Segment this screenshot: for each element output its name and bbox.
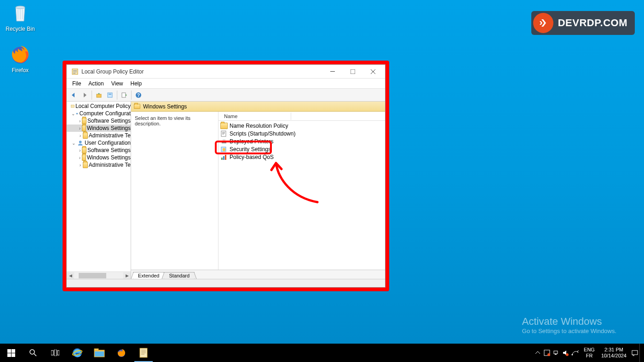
svg-rect-37 xyxy=(95,351,104,356)
forward-button[interactable] xyxy=(80,90,90,100)
search-button[interactable] xyxy=(22,344,44,362)
list-item-deployed[interactable]: Deployed Printers xyxy=(218,137,385,145)
list-item-label: Policy-based QoS xyxy=(230,154,274,160)
menubar: File Action View Help xyxy=(67,79,385,89)
taskbar-firefox[interactable] xyxy=(110,344,132,362)
tree-label: Computer Configurat xyxy=(80,110,131,117)
list-item-nrp[interactable]: Name Resolution Policy xyxy=(218,122,385,130)
tree-uc-admin[interactable]: › Administrative Te xyxy=(67,161,131,169)
svg-rect-18 xyxy=(221,131,226,136)
content-header-label: Windows Settings xyxy=(143,103,187,110)
list-item-scripts[interactable]: Scripts (Startup/Shutdown) xyxy=(218,130,385,137)
tree-label: Software Settings xyxy=(87,118,131,124)
desktop-icon-label: Recycle Bin xyxy=(2,26,39,32)
list-pane[interactable]: Name Name Resolution Policy Scripts (Sta… xyxy=(218,112,385,270)
svg-rect-28 xyxy=(12,353,15,357)
menu-file[interactable]: File xyxy=(69,79,85,88)
svg-rect-20 xyxy=(223,139,225,141)
tree-uc-windows[interactable]: › Windows Settings xyxy=(67,154,131,161)
svg-rect-25 xyxy=(7,349,11,353)
tree-uc-software[interactable]: › Software Settings xyxy=(67,147,131,154)
task-view-button[interactable] xyxy=(44,344,66,362)
menu-view[interactable]: View xyxy=(108,79,127,88)
svg-rect-31 xyxy=(54,350,57,356)
svg-rect-10 xyxy=(109,94,111,95)
taskbar-gpedit[interactable] xyxy=(132,344,155,362)
tab-extended[interactable]: Extended xyxy=(133,272,164,279)
tray-language[interactable]: ENG FR xyxy=(581,347,598,359)
svg-rect-9 xyxy=(108,93,112,97)
activate-windows-watermark: Activate Windows Go to Settings to activ… xyxy=(522,316,616,334)
svg-rect-27 xyxy=(7,353,11,357)
help-button[interactable]: ? xyxy=(133,90,144,100)
svg-point-44 xyxy=(566,353,569,356)
back-button[interactable] xyxy=(69,90,79,100)
svg-rect-26 xyxy=(12,349,15,353)
tree-label: Software Settings xyxy=(87,147,131,153)
tray-volume-icon[interactable] xyxy=(561,344,570,362)
properties-button[interactable] xyxy=(105,90,115,100)
tree-label: Windows Settings xyxy=(87,154,131,161)
svg-rect-3 xyxy=(73,70,77,71)
tray-clock[interactable]: 2:31 PM 10/14/2024 xyxy=(598,347,630,359)
tray-chevron-icon[interactable] xyxy=(533,344,542,362)
show-desktop-button[interactable] xyxy=(639,344,642,362)
lang-secondary: FR xyxy=(584,353,595,359)
tree-label: Administrative Te xyxy=(89,132,131,139)
tree-pane[interactable]: Local Computer Policy ⌄ Computer Configu… xyxy=(67,102,131,279)
taskbar[interactable]: ENG FR 2:31 PM 10/14/2024 xyxy=(0,344,644,362)
tab-standard[interactable]: Standard xyxy=(164,272,195,279)
tree-label: Windows Settings xyxy=(87,125,131,131)
tray-network-icon[interactable] xyxy=(552,344,561,362)
content-pane: Windows Settings Select an item to view … xyxy=(131,102,385,279)
firefox-icon[interactable]: Firefox xyxy=(2,43,39,74)
brand-watermark: DEVRDP.COM xyxy=(531,11,635,35)
svg-rect-32 xyxy=(58,351,59,355)
tray-rdp-icon[interactable] xyxy=(570,344,581,362)
tree-cc-software[interactable]: › Software Settings xyxy=(67,117,131,124)
svg-rect-6 xyxy=(330,71,335,72)
svg-rect-15 xyxy=(76,113,78,114)
statusbar xyxy=(67,279,385,287)
taskbar-explorer[interactable] xyxy=(88,344,110,362)
svg-rect-5 xyxy=(73,73,75,74)
export-button[interactable] xyxy=(119,90,129,100)
menu-action[interactable]: Action xyxy=(85,79,107,88)
tree-hscrollbar[interactable]: ◀ ▶ xyxy=(67,272,131,279)
maximize-button[interactable] xyxy=(343,65,363,78)
list-item-qos[interactable]: Policy-based QoS xyxy=(218,153,385,161)
recycle-bin-icon[interactable]: Recycle Bin xyxy=(2,2,39,32)
scroll-right-icon[interactable]: ▶ xyxy=(123,272,131,279)
svg-rect-22 xyxy=(221,158,223,160)
tree-cc-admin[interactable]: › Administrative Te xyxy=(67,132,131,139)
tree-computer-config[interactable]: ⌄ Computer Configurat xyxy=(67,110,131,117)
tray-notifications-icon[interactable] xyxy=(630,344,639,362)
list-item-security[interactable]: Security Settings xyxy=(218,145,385,153)
svg-point-17 xyxy=(79,141,81,143)
svg-rect-16 xyxy=(76,114,77,114)
close-button[interactable] xyxy=(363,65,383,78)
menu-help[interactable]: Help xyxy=(127,79,146,88)
list-header[interactable]: Name xyxy=(218,112,385,121)
start-button[interactable] xyxy=(0,344,22,362)
minimize-button[interactable] xyxy=(322,65,343,78)
svg-rect-24 xyxy=(225,155,226,160)
security-icon xyxy=(220,146,228,153)
tree-user-config[interactable]: ⌄ User Configuration xyxy=(67,139,131,147)
tree-root[interactable]: Local Computer Policy xyxy=(67,102,131,110)
tree-cc-windows[interactable]: › Windows Settings xyxy=(67,124,131,132)
svg-rect-11 xyxy=(122,93,126,97)
window-title: Local Group Policy Editor xyxy=(81,68,322,75)
scroll-left-icon[interactable]: ◀ xyxy=(67,272,74,279)
titlebar[interactable]: Local Group Policy Editor xyxy=(67,65,385,79)
folder-icon xyxy=(220,123,228,129)
svg-rect-7 xyxy=(351,69,355,74)
col-name[interactable]: Name xyxy=(222,113,291,120)
printer-icon xyxy=(220,138,228,145)
svg-rect-30 xyxy=(51,351,53,355)
up-button[interactable] xyxy=(94,90,104,100)
svg-rect-43 xyxy=(555,354,557,355)
tray-security-icon[interactable] xyxy=(542,344,552,362)
taskbar-ie[interactable] xyxy=(66,344,88,362)
gpedit-window: Local Group Policy Editor File Action Vi… xyxy=(66,64,385,288)
